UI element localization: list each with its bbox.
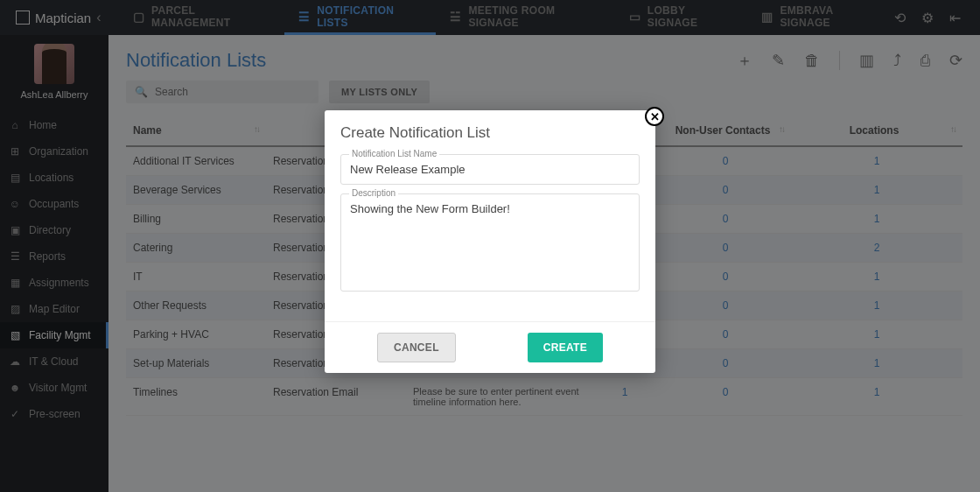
modal-body: Create Notification List Notification Li… <box>325 110 655 321</box>
name-label: Notification List Name <box>349 149 439 158</box>
create-button[interactable]: CREATE <box>528 333 603 362</box>
field-name: Notification List Name <box>340 154 640 185</box>
description-input[interactable] <box>340 193 640 292</box>
modal-footer: CANCEL CREATE <box>325 321 655 373</box>
cancel-button[interactable]: CANCEL <box>377 333 456 362</box>
field-description: Description <box>340 193 640 295</box>
notification-list-name-input[interactable] <box>340 154 640 185</box>
modal-title: Create Notification List <box>340 124 640 142</box>
create-notification-list-modal: ✕ Create Notification List Notification … <box>325 110 655 373</box>
close-icon[interactable]: ✕ <box>645 107 664 126</box>
desc-label: Description <box>349 188 398 198</box>
